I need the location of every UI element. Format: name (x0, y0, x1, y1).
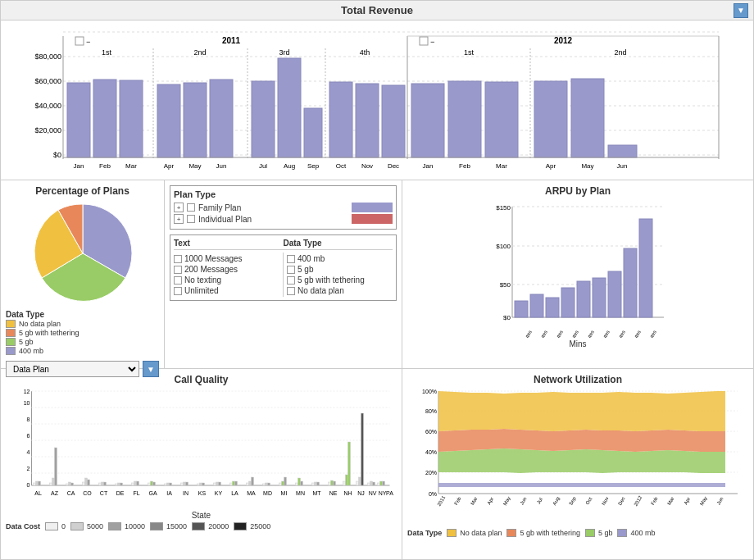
svg-rect-128 (132, 483, 134, 485)
svg-rect-78 (530, 294, 543, 317)
svg-rect-84 (624, 248, 637, 317)
plan-type-box: Plan Type + Family Plan + Individual Pla… (170, 185, 397, 230)
svg-rect-60 (608, 145, 637, 157)
middle-section: Percentage of Plans Data Type (1, 180, 753, 369)
arpu-chart-svg: $0 $50 $100 $150 (407, 198, 748, 338)
cq-swatch-0 (45, 522, 58, 530)
svg-rect-130 (137, 481, 139, 485)
svg-rect-166 (334, 481, 336, 485)
svg-rect-139 (186, 482, 188, 485)
cq-label-15000: 15000 (166, 522, 187, 530)
checkbox-5gbtether[interactable] (287, 276, 295, 285)
family-plan-expand[interactable]: + (174, 203, 184, 212)
svg-text:−: − (430, 38, 434, 46)
svg-text:Jul: Jul (259, 162, 267, 170)
svg-text:0%: 0% (429, 491, 437, 497)
svg-text:NV: NV (369, 490, 377, 496)
svg-text:May: May (188, 162, 201, 170)
nodataplan-label: No data plan (19, 320, 61, 328)
svg-rect-158 (296, 483, 298, 485)
family-plan-color (352, 203, 393, 212)
filter-5gb: 5 gb (287, 265, 393, 274)
svg-rect-177 (380, 481, 383, 485)
svg-rect-145 (219, 482, 221, 485)
svg-rect-131 (148, 483, 151, 485)
svg-text:NJ: NJ (357, 490, 365, 496)
svg-text:LA: LA (231, 490, 238, 496)
arpu-section: ARPU by Plan $0 $50 $100 $150 (402, 180, 753, 368)
svg-text:KY: KY (215, 490, 223, 496)
svg-rect-174 (370, 481, 373, 485)
filter-5gbtether: 5 gb with tethering (287, 275, 393, 285)
svg-text:750 minutes: 750 minutes (593, 330, 611, 338)
svg-text:Jun: Jun (715, 496, 724, 505)
svg-text:IN: IN (183, 490, 188, 496)
svg-text:2012: 2012 (554, 36, 573, 45)
svg-rect-175 (373, 482, 375, 485)
svg-rect-14 (75, 37, 84, 45)
svg-text:$150: $150 (496, 204, 511, 212)
svg-text:AZ: AZ (51, 490, 59, 496)
svg-text:$40,000: $40,000 (34, 102, 61, 110)
checkbox-400mb[interactable] (287, 255, 295, 263)
cq-label-25000: 25000 (250, 522, 270, 530)
cq-swatch-10000 (108, 522, 121, 530)
individual-plan-checkbox[interactable] (187, 215, 195, 223)
svg-text:100%: 100% (422, 389, 437, 394)
svg-rect-23 (67, 83, 90, 157)
svg-rect-143 (214, 483, 216, 485)
nu-legend: Data Type No data plan 5 gb with tetheri… (407, 528, 748, 538)
svg-text:Mar: Mar (666, 496, 675, 506)
svg-rect-156 (282, 481, 284, 485)
checkbox-200msg[interactable] (174, 266, 182, 274)
individual-plan-expand[interactable]: + (174, 214, 184, 224)
svg-rect-114 (52, 478, 55, 485)
checkbox-notexting[interactable] (174, 276, 182, 285)
svg-text:Feb: Feb (453, 495, 462, 506)
svg-text:Jan: Jan (423, 162, 434, 170)
svg-text:PA: PA (386, 490, 393, 496)
svg-text:4th: 4th (360, 48, 370, 57)
filter-notexting: No texting (174, 275, 279, 285)
label-5gb-filter: 5 gb (298, 265, 313, 274)
svg-text:Sep: Sep (568, 495, 577, 506)
5gbtethering-swatch (6, 329, 16, 337)
svg-text:3rd: 3rd (279, 48, 289, 57)
plan-type-title: Plan Type (174, 189, 393, 199)
svg-rect-58 (534, 81, 567, 157)
svg-rect-111 (36, 481, 39, 485)
svg-rect-150 (249, 481, 252, 485)
svg-text:May: May (699, 496, 708, 507)
checkbox-5gb[interactable] (287, 266, 295, 274)
svg-rect-80 (561, 288, 575, 317)
svg-text:−: − (86, 38, 90, 46)
cq-x-label: State (6, 511, 397, 520)
checkbox-unlimited[interactable] (174, 287, 182, 295)
svg-rect-26 (157, 84, 180, 157)
cq-swatch-5000 (70, 522, 84, 530)
checkbox-1000msg[interactable] (174, 255, 182, 263)
header-dropdown-btn[interactable]: ▼ (734, 3, 748, 18)
svg-text:Jun: Jun (519, 496, 527, 505)
svg-rect-124 (104, 482, 107, 485)
label-nodataplan-filter: No data plan (298, 286, 344, 295)
family-plan-checkbox[interactable] (187, 203, 195, 212)
svg-rect-33 (356, 84, 379, 157)
svg-text:Dec: Dec (617, 496, 626, 506)
nu-label-400mb: 400 mb (630, 529, 655, 537)
svg-text:$80,000: $80,000 (34, 52, 61, 61)
svg-text:2: 2 (27, 466, 30, 471)
checkbox-nodataplan[interactable] (287, 287, 295, 295)
svg-text:Mar: Mar (470, 496, 478, 506)
svg-text:Aug: Aug (284, 162, 295, 170)
svg-text:1200 minutes: 1200 minutes (623, 330, 642, 338)
svg-rect-25 (120, 80, 143, 157)
svg-text:Jun: Jun (216, 162, 227, 170)
svg-rect-149 (247, 483, 249, 485)
svg-rect-164 (329, 482, 331, 485)
svg-text:550 minutes: 550 minutes (530, 330, 548, 338)
svg-text:12: 12 (24, 389, 30, 394)
svg-rect-148 (235, 481, 238, 485)
filter-1000msg: 1000 Messages (174, 254, 279, 263)
svg-rect-85 (639, 219, 652, 317)
